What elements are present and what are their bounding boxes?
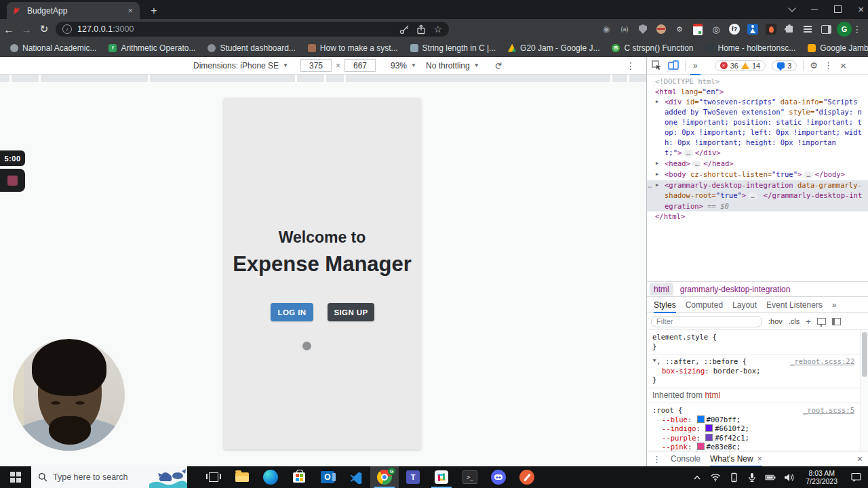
tab-close-icon[interactable]: × <box>757 454 762 464</box>
discord-icon[interactable] <box>484 466 513 488</box>
reload-icon[interactable]: ↻ <box>35 23 53 35</box>
tab-styles[interactable]: Styles <box>654 298 676 312</box>
universal-rule[interactable]: *, ::after, ::before { _reboot.scss:22 b… <box>647 354 868 388</box>
bookmark-item[interactable]: fArithmetic Operato... <box>102 39 201 56</box>
stop-recording-button[interactable] <box>0 169 25 192</box>
target-icon[interactable]: ◎ <box>709 22 723 36</box>
expand-arrow-icon[interactable]: ▶ <box>656 97 658 107</box>
tab-search-chevron-icon[interactable] <box>789 4 796 12</box>
paren-a-icon[interactable]: (a) <box>618 22 631 36</box>
device-toolbar-menu-icon[interactable]: ⋮ <box>626 60 635 71</box>
hover-toggle[interactable]: :hov <box>768 317 783 325</box>
chrome-icon[interactable]: G <box>370 466 399 488</box>
drawer-tab-whats-new[interactable]: What's New × <box>710 451 762 466</box>
dom-node-line[interactable]: …▶<grammarly-desktop-integration data-gr… <box>647 180 868 211</box>
styles-pane[interactable]: element.style { } *, ::after, ::before {… <box>647 330 868 468</box>
paint-format-icon[interactable] <box>817 318 826 325</box>
gear-extension-icon[interactable]: ⚙ <box>673 22 686 36</box>
styles-scrollbar[interactable] <box>860 330 868 468</box>
css-variable-line[interactable]: --purple: #6f42c1; <box>652 434 863 443</box>
new-style-rule-icon[interactable]: + <box>806 317 811 327</box>
css-variable-line[interactable]: --blue: #007bff; <box>652 415 863 425</box>
breadcrumb-html[interactable]: html <box>650 283 673 296</box>
computed-sidebar-icon[interactable] <box>832 318 841 325</box>
styles-filter-input[interactable]: Filter <box>651 316 762 327</box>
signup-button[interactable]: SIGN UP <box>328 303 374 321</box>
drawer-close-icon[interactable]: × <box>857 453 863 464</box>
microphone-icon[interactable] <box>747 472 757 483</box>
back-icon[interactable]: ← <box>0 24 18 35</box>
color-swatch[interactable] <box>697 415 705 423</box>
dom-node-line[interactable]: ▶<div id="twoseven-scripts" data-info="S… <box>647 97 868 159</box>
wifi-icon[interactable] <box>710 472 721 483</box>
profile-avatar[interactable]: G <box>837 22 852 37</box>
color-swatch[interactable] <box>705 424 713 432</box>
devtools-close-icon[interactable]: × <box>840 60 846 71</box>
drawer-menu-icon[interactable]: ⋮ <box>652 454 661 464</box>
dom-node-line[interactable]: </html> <box>647 211 868 222</box>
start-button[interactable] <box>0 466 31 488</box>
collapsed-content-icon[interactable]: … <box>692 161 701 167</box>
taskbar-clock[interactable]: 8:03 AM 7/23/2023 <box>802 469 842 485</box>
bookmark-item[interactable]: National Academic... <box>4 39 102 56</box>
bookmark-item[interactable]: Home - holbertonsc... <box>700 39 802 56</box>
bookmark-item[interactable]: BC strspn() Function <box>606 39 699 56</box>
dom-node-line[interactable]: <!DOCTYPE html> <box>647 77 868 87</box>
elements-tree[interactable]: <!DOCTYPE html><html lang="en">▶<div id=… <box>647 75 868 281</box>
task-view-icon[interactable] <box>199 466 228 488</box>
errors-warnings-badge[interactable]: × 36 14 <box>715 60 766 71</box>
bookmark-item[interactable]: Student dashboard... <box>201 39 301 56</box>
tab-event-listeners[interactable]: Event Listeners <box>766 298 823 312</box>
bookmark-star-icon[interactable]: ☆ <box>433 24 442 35</box>
expand-arrow-icon[interactable]: ▶ <box>656 180 658 190</box>
slack-icon[interactable] <box>427 466 456 488</box>
collapsed-content-icon[interactable]: … <box>748 192 757 199</box>
dimensions-dropdown[interactable]: Dimensions: iPhone SE <box>193 61 279 70</box>
f-question-icon[interactable]: f? <box>728 22 741 36</box>
forward-icon[interactable]: → <box>18 24 35 35</box>
address-bar[interactable]: i 127.0.0.1:3000 ☆ <box>56 22 449 37</box>
webcam-bubble[interactable] <box>13 339 125 451</box>
share-icon[interactable] <box>416 24 427 35</box>
zoom-dropdown[interactable]: 93%▼ <box>391 61 416 70</box>
file-explorer-icon[interactable] <box>228 466 256 488</box>
color-swatch[interactable] <box>705 434 713 441</box>
window-close-icon[interactable]: × <box>858 4 864 14</box>
collapsed-content-icon[interactable]: … <box>804 171 812 178</box>
viewport-width-input[interactable]: 375 <box>300 59 332 72</box>
css-variable-line[interactable]: --indigo: #6610f2; <box>652 424 863 434</box>
accessibility-icon[interactable] <box>746 22 760 36</box>
react-devtools-icon[interactable]: ◉ <box>599 22 613 36</box>
bookmark-item[interactable]: How to make a syst... <box>302 39 404 56</box>
outlook-icon[interactable]: O <box>313 466 342 488</box>
panels-overflow-chevron[interactable]: » <box>692 58 699 73</box>
tab-computed[interactable]: Computed <box>686 298 723 312</box>
calendar-icon[interactable] <box>691 22 705 36</box>
stylesheet-link[interactable]: _reboot.scss:22 <box>790 357 863 367</box>
rotate-viewport-icon[interactable]: ↻ <box>492 62 503 70</box>
taskbar-search[interactable]: Type here to search <box>31 466 187 488</box>
action-center-icon[interactable] <box>849 466 863 488</box>
edge-icon[interactable] <box>256 466 285 488</box>
breadcrumb-grammarly-desktop-integration[interactable]: grammarly-desktop-integration <box>680 285 791 294</box>
stylesheet-link[interactable]: _root.scss:5 <box>803 406 863 415</box>
playlist-icon[interactable] <box>801 22 814 36</box>
minimize-icon[interactable] <box>811 9 818 9</box>
sidebar-toggle-icon[interactable] <box>819 22 833 36</box>
inherited-element-link[interactable]: html <box>705 390 720 400</box>
browser-tab[interactable]: BudgetApp × <box>7 2 140 19</box>
devtools-menu-icon[interactable]: ⋮ <box>824 60 833 70</box>
inspect-element-icon[interactable] <box>652 60 662 70</box>
scrollbar-thumb[interactable] <box>862 332 867 377</box>
teams-icon[interactable]: T <box>399 466 427 488</box>
extensions-puzzle-icon[interactable] <box>783 22 796 36</box>
bookmark-item[interactable]: String length in C |... <box>404 39 502 56</box>
flame-icon[interactable] <box>764 22 778 36</box>
key-icon[interactable] <box>399 24 410 35</box>
device-toolbar-icon[interactable] <box>668 60 679 70</box>
tab-close-icon[interactable]: × <box>126 5 134 16</box>
dom-node-line[interactable]: ▶<head>…</head> <box>647 159 868 169</box>
tab-layout[interactable]: Layout <box>732 298 757 312</box>
throttling-dropdown[interactable]: No throttling▼ <box>426 61 479 70</box>
viewport-height-input[interactable]: 667 <box>344 59 376 72</box>
